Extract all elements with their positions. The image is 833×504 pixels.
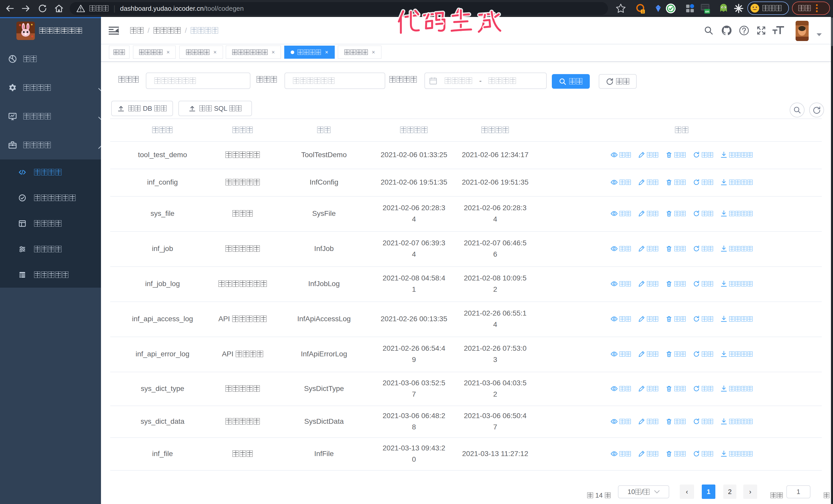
- svg-text:1: 1: [642, 10, 644, 14]
- svg-text:on: on: [705, 9, 709, 13]
